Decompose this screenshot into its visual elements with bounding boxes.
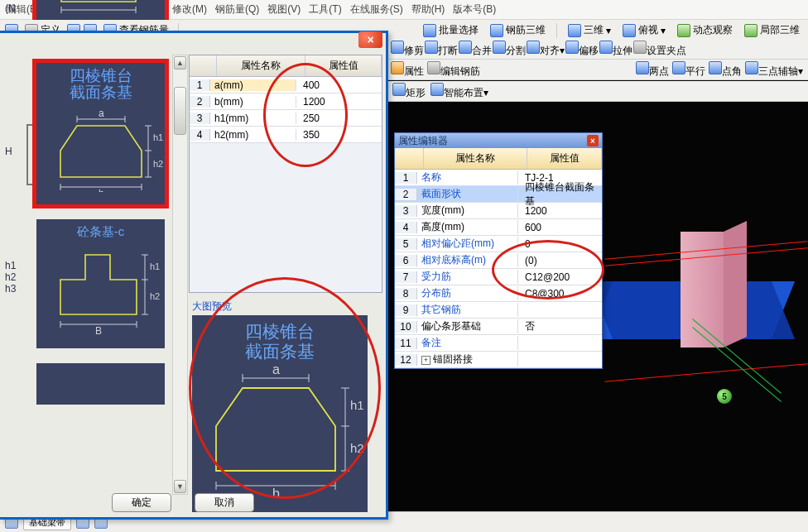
pe-row-name: 宽度(mm) [417,204,518,218]
pe-row-name: 截面形状 [417,187,518,201]
thumbnail-scrollbar[interactable]: ▲ ▼ [172,55,188,495]
stretch-tool[interactable]: 拉伸 [599,41,632,58]
edit-rebar-btn[interactable]: 编辑钢筋 [427,61,480,79]
thumbnail-concrete-c[interactable]: 砼条基-c h1 h2 B [36,219,165,348]
menu-tool[interactable]: 工具(T) [309,2,341,17]
pe-row[interactable]: 7受力筋C12@200 [395,269,602,285]
svg-text:h2: h2 [150,291,160,301]
grid-row[interactable]: 3h1(mm)250 [190,110,382,127]
thumb2-leftlabels: h1 h2 h3 [5,260,35,295]
row-name: h1(mm) [210,113,296,124]
grip-tool[interactable]: 设置夹点 [633,41,686,58]
pe-row-val[interactable]: 600 [518,222,602,233]
section-shape-dialog: × 脚 (N H 四棱锥台截面条基 a b h1 [0,31,388,520]
pe-row[interactable]: 5相对偏心距(mm)0 [395,236,602,252]
row-val[interactable]: 350 [296,129,382,141]
dialog-close-button[interactable]: × [358,31,382,48]
pe-row-val[interactable]: 否 [518,319,602,333]
split-tool[interactable]: 分割 [493,41,526,58]
pe-row-idx: 1 [395,172,417,184]
menu-online[interactable]: 在线服务(S) [350,2,403,17]
trim-tool[interactable]: 修剪 [391,41,424,58]
view-3d[interactable]: 三维▾ [565,22,614,38]
property-editor-title: 属性编辑器 [398,134,448,148]
pe-row-val[interactable]: (0) [518,255,602,266]
scroll-up-icon[interactable]: ▲ [174,56,186,69]
menu-help[interactable]: 帮助(H) [411,2,445,17]
cancel-button[interactable]: 取消 [195,493,254,512]
row-name: a(mm) [210,79,296,91]
parallel[interactable]: 平行 [672,61,705,79]
menu-version[interactable]: 版本号(B) [453,2,496,17]
rebar-3d[interactable]: 钢筋三维 [487,22,549,38]
thumbnail-title: 砼条基-c [77,224,125,240]
batch-select[interactable]: 批量选择 [420,22,482,38]
menu-modify[interactable]: 修改(M) [172,2,207,17]
pe-row-name: 相对底标高(m) [417,253,518,267]
view-top[interactable]: 俯视▾ [619,22,669,38]
grid-row[interactable]: 2b(mm)1200 [190,93,382,110]
row-val[interactable]: 250 [296,113,382,124]
pe-row-idx: 11 [395,338,417,349]
property-editor-titlebar[interactable]: 属性编辑器 × [395,133,602,148]
point-angle[interactable]: 点角 [709,61,742,79]
menu-rebar[interactable]: 钢筋量(Q) [215,2,259,17]
pe-row[interactable]: 4高度(mm)600 [395,219,602,236]
two-point[interactable]: 两点 [636,61,669,79]
thumbnail-frustum[interactable]: 四棱锥台截面条基 a b h1 h2 [36,63,165,204]
pe-row-idx: 3 [395,205,417,217]
pe-header: 属性名称 属性值 [395,148,602,170]
ok-button[interactable]: 确定 [112,493,171,512]
pe-row[interactable]: 6相对底标高(m)(0) [395,252,602,269]
grid-row[interactable]: 4h2(mm)350 [190,127,382,143]
properties-btn[interactable]: 属性 [391,61,424,79]
pe-row-idx: 5 [395,238,417,250]
dynamic-orbit[interactable]: 动态观察 [674,22,736,38]
scroll-down-icon[interactable]: ▼ [174,480,186,493]
pe-row[interactable]: 3宽度(mm)1200 [395,203,602,219]
smartplace-tool[interactable]: 智能布置▾ [430,83,488,100]
pe-row[interactable]: 10偏心条形基础否 [395,319,602,335]
svg-text:b: b [99,188,104,192]
svg-text:h2: h2 [153,159,163,169]
svg-marker-19 [60,255,137,314]
row-val[interactable]: 400 [296,79,382,91]
row-val[interactable]: 1200 [296,96,382,108]
thumbnail-next[interactable] [36,363,165,405]
grid-head-name: 属性名称 [217,55,305,76]
join-tool[interactable]: 合并 [459,41,492,58]
property-editor-close[interactable]: × [587,135,599,146]
property-editor-panel[interactable]: 属性编辑器 × 属性名称 属性值 1名称TJ-2-12截面形状四棱锥台截面条基3… [394,132,603,369]
grid-row[interactable]: 1a(mm)400 [190,77,382,93]
pe-row[interactable]: 9其它钢筋 [395,302,602,319]
svg-marker-31 [216,388,335,471]
svg-text:a: a [99,108,104,119]
pe-row-val[interactable]: 四棱锥台截面条基 [518,180,602,208]
pe-row[interactable]: 2截面形状四棱锥台截面条基 [395,186,602,203]
pe-row[interactable]: 11备注 [395,335,602,352]
pe-row-val[interactable]: 0 [518,238,602,250]
rect-tool[interactable]: 矩形 [392,83,426,100]
break-tool[interactable]: 打断 [425,41,458,58]
pe-row-idx: 2 [395,189,417,200]
pe-row-name: +锚固搭接 [417,352,518,367]
pe-row-val[interactable]: 1200 [518,205,602,217]
pe-row-idx: 9 [395,304,417,316]
menu-view[interactable]: 视图(V) [267,2,301,17]
pe-row-val[interactable]: C12@200 [518,271,602,283]
offset-tool[interactable]: 偏移 [565,41,599,58]
pe-row-name: 其它钢筋 [417,303,518,317]
scroll-thumb[interactable] [174,87,186,135]
align-tool[interactable]: 对齐▾ [527,41,565,58]
section-properties-grid: 属性名称 属性值 1a(mm)4002b(mm)12003h1(mm)2504h… [189,55,382,293]
pe-row[interactable]: 8分布筋C8@300 [395,285,602,302]
pe-row-name: 备注 [417,336,518,350]
row-idx: 2 [190,96,210,108]
svg-text:B: B [95,325,102,335]
preview-title: 四棱锥台截面条基 [245,322,315,362]
3d-model [601,182,783,381]
local-3d[interactable]: 局部三维 [741,22,803,38]
pe-row[interactable]: 12+锚固搭接 [395,352,602,368]
pe-row-val[interactable]: C8@300 [518,288,602,300]
three-point-aux[interactable]: 三点辅轴▾ [745,61,803,79]
